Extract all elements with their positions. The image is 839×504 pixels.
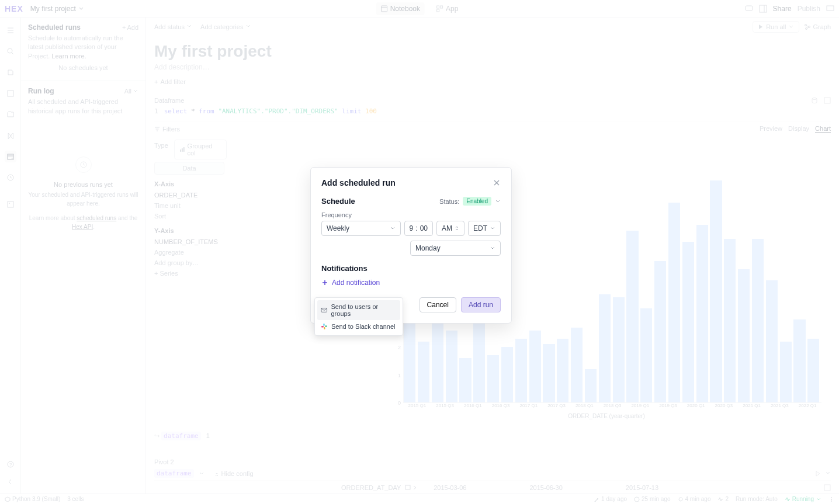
chart-bar[interactable] (626, 231, 638, 403)
chart-bar[interactable] (807, 339, 819, 402)
tab-notebook-label: Notebook (390, 5, 420, 13)
chart-bar[interactable] (487, 355, 499, 402)
ampm-select[interactable]: AM (436, 221, 464, 236)
add-notification-button[interactable]: Add notification (321, 279, 501, 287)
pivot-df-select[interactable]: dataframe (154, 469, 194, 478)
play-icon[interactable] (814, 470, 821, 477)
status-time-2[interactable]: 25 min ago (634, 496, 670, 502)
search-icon[interactable] (5, 46, 16, 57)
chart-bar[interactable] (766, 280, 778, 402)
chart-bar[interactable] (432, 319, 443, 403)
outline-icon[interactable] (5, 25, 16, 36)
view-preview[interactable]: Preview (760, 125, 782, 133)
graph-button[interactable]: Graph (804, 23, 831, 30)
database-icon[interactable] (811, 97, 818, 104)
collapse-icon[interactable] (5, 476, 16, 488)
chart-bar[interactable] (780, 342, 792, 403)
chart-bar[interactable] (696, 225, 708, 402)
chart-bar[interactable] (724, 239, 736, 402)
chart-bar[interactable] (793, 319, 805, 403)
chart-bar[interactable] (710, 180, 722, 402)
run-all-button[interactable]: Run all (753, 21, 799, 33)
chart-bar[interactable] (613, 297, 625, 403)
chart-bar[interactable] (682, 242, 694, 403)
chart-bar[interactable] (529, 331, 541, 403)
view-chart[interactable]: Chart (815, 125, 831, 133)
tab-app[interactable]: App (432, 2, 463, 15)
chart-bar[interactable] (738, 269, 750, 402)
chart-bar[interactable] (640, 308, 652, 403)
output-df-name[interactable]: dataframe (161, 432, 201, 440)
time-input[interactable]: 9 : 00 (404, 221, 433, 236)
files-icon[interactable] (5, 109, 16, 120)
add-run-button[interactable]: Add run (461, 297, 501, 312)
chart-bar[interactable] (571, 328, 583, 402)
comment-icon[interactable] (745, 5, 753, 13)
add-description[interactable]: Add description… (146, 63, 839, 75)
chart-bar[interactable] (585, 369, 597, 402)
logo[interactable]: HEX (5, 4, 23, 13)
chart-bar[interactable] (515, 339, 527, 402)
cancel-button[interactable]: Cancel (419, 297, 456, 312)
minute-input[interactable]: 00 (420, 224, 428, 232)
present-icon[interactable] (826, 5, 834, 13)
tab-notebook[interactable]: Notebook (376, 2, 425, 15)
status-time-1[interactable]: 1 day ago (594, 496, 627, 502)
status-dropdown[interactable]: Status: Enabled (439, 197, 501, 206)
sql-code[interactable]: 1select * from "ANALYTICS"."PROD"."DIM_O… (154, 106, 831, 116)
chart-bar[interactable] (752, 239, 764, 402)
chevron-down-icon[interactable] (825, 470, 831, 476)
chart-bar[interactable] (654, 261, 666, 402)
status-count[interactable]: 2 (717, 496, 729, 502)
scheduled-runs-icon[interactable] (5, 151, 16, 162)
project-title-dropdown[interactable]: My first project (30, 5, 84, 13)
add-schedule-button[interactable]: + Add (122, 24, 138, 31)
pivot-column[interactable]: ORDERED_AT_DAY (341, 484, 417, 491)
components-icon[interactable] (5, 88, 16, 99)
chart-type-select[interactable]: Grouped col (174, 140, 227, 159)
share-button[interactable]: Share (773, 5, 792, 13)
data-sources-icon[interactable] (5, 67, 16, 78)
filters-button[interactable]: Filters (154, 125, 180, 133)
add-filter-button[interactable]: + Add filter (146, 75, 839, 89)
variables-icon[interactable]: [x] (5, 130, 16, 141)
chart-bar[interactable] (668, 203, 680, 402)
help-icon[interactable]: ? (5, 458, 16, 470)
learn-more-link[interactable]: Learn more. (51, 53, 86, 60)
history-icon[interactable] (5, 172, 16, 183)
notif-users-option[interactable]: Send to users or groups (317, 300, 400, 320)
kernel-status[interactable]: Python 3.9 (Small) (5, 496, 60, 502)
scheduled-runs-link[interactable]: scheduled runs (77, 215, 116, 221)
frequency-select[interactable]: Weekly (321, 221, 401, 236)
chart-bar[interactable] (557, 339, 568, 402)
run-mode[interactable]: Run mode: Auto (736, 496, 778, 502)
chart-bar[interactable] (459, 358, 471, 402)
publish-button[interactable]: Publish (798, 5, 820, 13)
expand-icon[interactable] (824, 484, 831, 491)
expand-icon[interactable] (824, 97, 831, 104)
chart-bar[interactable] (473, 319, 485, 403)
chart-bar[interactable] (543, 344, 554, 402)
notif-slack-option[interactable]: Send to Slack channel (317, 320, 400, 333)
add-categories-button[interactable]: Add categories (200, 23, 251, 30)
chart-bar[interactable] (599, 294, 611, 402)
status-time-3[interactable]: 4 min ago (678, 496, 711, 502)
environment-icon[interactable] (5, 199, 16, 210)
hex-api-link[interactable]: Hex API (72, 224, 93, 230)
running-status[interactable]: Running (785, 496, 821, 502)
hour-input[interactable]: 9 (410, 224, 414, 232)
chart-bar[interactable] (446, 331, 457, 403)
more-icon[interactable] (828, 496, 834, 502)
panel-icon[interactable] (759, 5, 767, 13)
day-select[interactable]: Monday (410, 241, 501, 256)
page-title[interactable]: My first project (146, 36, 839, 63)
hide-config-button[interactable]: Hide config (214, 470, 254, 477)
add-status-button[interactable]: Add status (154, 23, 192, 30)
close-button[interactable] (493, 179, 501, 187)
chart-bar[interactable] (404, 322, 415, 402)
chart-bar[interactable] (501, 347, 513, 402)
chart-bar[interactable] (418, 342, 429, 403)
timezone-select[interactable]: EDT (468, 221, 501, 236)
run-log-filter[interactable]: All (124, 88, 138, 95)
view-display[interactable]: Display (788, 125, 809, 133)
